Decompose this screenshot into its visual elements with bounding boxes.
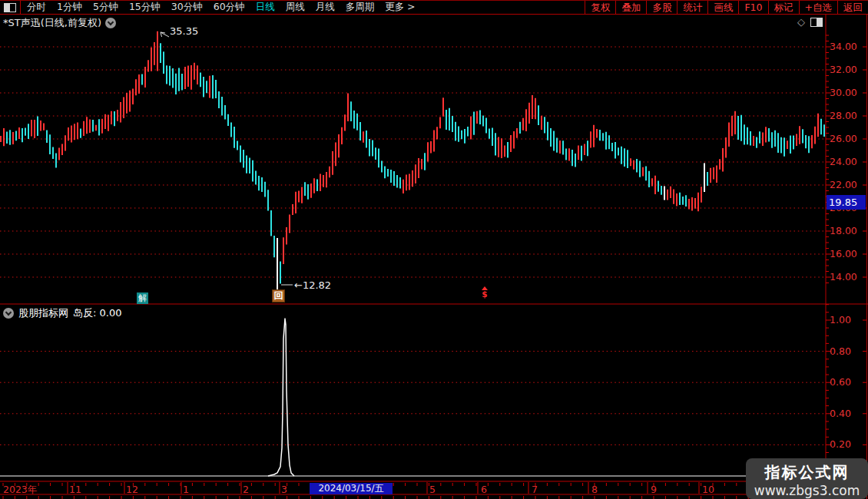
chart-title-row: *ST声迅(日线,前复权) xyxy=(3,16,116,30)
menu-multi-stock[interactable]: 多股 xyxy=(646,1,677,14)
dividend-marker[interactable]: $ xyxy=(482,286,488,299)
tab-fenshi[interactable]: 分时 xyxy=(27,1,46,14)
selected-date-badge: 2024/03/15/五 xyxy=(310,483,393,494)
indicator-axis-label: 0.20 xyxy=(830,438,865,450)
price-axis-label: 32.00 xyxy=(830,64,865,75)
menu-draw-line[interactable]: 画线 xyxy=(707,1,738,14)
price-axis-label: 26.00 xyxy=(830,133,865,144)
price-axis-label: 22.00 xyxy=(830,179,865,190)
chevron-down-icon[interactable] xyxy=(105,18,116,28)
jie-signal-badge[interactable]: 解 xyxy=(137,292,148,304)
price-axis-label: 24.00 xyxy=(830,156,865,167)
tab-monthly[interactable]: 月线 xyxy=(316,1,335,14)
tab-more[interactable]: 更多 > xyxy=(385,1,415,14)
timeline-label: 11 xyxy=(69,484,81,495)
price-axis-label: 16.00 xyxy=(830,248,865,259)
action-menu: 复权叠加多股统计画线F10标记+自选返回 xyxy=(585,1,868,14)
menu-overlay[interactable]: 叠加 xyxy=(615,1,646,14)
timeline-label: 12 xyxy=(126,484,138,495)
hui-signal-badge[interactable]: 回 xyxy=(272,289,285,302)
timeline-label: 5 xyxy=(429,484,436,495)
low-price-annotation: ←12.82 xyxy=(294,279,331,291)
timeline-label: 3 xyxy=(281,484,287,495)
timeline-label: 8 xyxy=(591,484,598,495)
indicator-header: 股朋指标网 岛反: 0.00 xyxy=(3,306,121,320)
watermark: 指标公式网 www.zbgs3.com xyxy=(746,458,868,499)
menu-mark[interactable]: 标记 xyxy=(768,1,799,14)
timeline-label: 9 xyxy=(651,484,657,495)
watermark-title: 指标公式网 xyxy=(746,462,868,483)
layout-toggle-button[interactable] xyxy=(0,1,21,14)
period-tabs: 分时1分钟5分钟15分钟30分钟60分钟日线周线月线多周期更多 > xyxy=(21,1,585,14)
tab-60min[interactable]: 60分钟 xyxy=(214,1,245,14)
price-axis-label: 14.00 xyxy=(830,271,865,283)
window-right-border xyxy=(866,14,867,499)
indicator-axis-label: 0.80 xyxy=(830,345,865,357)
split-left-icon xyxy=(4,3,16,12)
tab-daily[interactable]: 日线 xyxy=(256,1,275,14)
top-menubar: 分时1分钟5分钟15分钟30分钟60分钟日线周线月线多周期更多 > 复权叠加多股… xyxy=(0,0,868,15)
menu-add-watchlist[interactable]: +自选 xyxy=(799,1,837,14)
high-price-annotation: 35.35 xyxy=(170,25,198,37)
app-window: 分时1分钟5分钟15分钟30分钟60分钟日线周线月线多周期更多 > 复权叠加多股… xyxy=(0,0,868,499)
price-axis-label: 30.00 xyxy=(830,87,865,98)
tab-weekly[interactable]: 周线 xyxy=(286,1,305,14)
menu-f10[interactable]: F10 xyxy=(738,1,767,14)
split-right-icon[interactable] xyxy=(810,18,823,27)
indicator-source: 股朋指标网 xyxy=(18,306,68,320)
current-price-badge: 19.85 xyxy=(827,195,866,210)
price-axis-label: 34.00 xyxy=(830,41,865,52)
indicator-value: 岛反: 0.00 xyxy=(73,306,121,320)
tab-15min[interactable]: 15分钟 xyxy=(129,1,161,14)
diamond-icon[interactable]: ◇ xyxy=(797,17,805,27)
menu-back[interactable]: 返回 xyxy=(837,1,868,14)
tab-1min[interactable]: 1分钟 xyxy=(57,1,82,14)
title-right-icons: ◇ xyxy=(797,17,823,27)
tab-5min[interactable]: 5分钟 xyxy=(93,1,118,14)
timeline-label: 2023年 xyxy=(3,484,37,497)
timeline-label: 6 xyxy=(481,484,487,495)
tab-30min[interactable]: 30分钟 xyxy=(171,1,203,14)
timeline-label: 1 xyxy=(183,484,189,495)
timeline-label: 7 xyxy=(532,484,538,495)
indicator-axis-label: 0.40 xyxy=(830,408,865,419)
indicator-axis-label: 1.00 xyxy=(830,314,865,326)
price-axis-label: 28.00 xyxy=(830,110,865,121)
watermark-url: www.zbgs3.com xyxy=(746,483,868,498)
timeline-label: 2 xyxy=(243,484,249,495)
indicator-chevron-icon[interactable] xyxy=(3,308,14,319)
timeline-label: 10 xyxy=(702,484,714,495)
page-title: *ST声迅(日线,前复权) xyxy=(3,16,101,30)
menu-adjust[interactable]: 复权 xyxy=(585,1,615,14)
chart-canvas[interactable] xyxy=(0,0,868,499)
tab-multi-period[interactable]: 多周期 xyxy=(346,1,375,14)
price-axis-label: 18.00 xyxy=(830,225,865,236)
menu-stats[interactable]: 统计 xyxy=(677,1,707,14)
indicator-axis-label: 0.60 xyxy=(830,376,865,388)
